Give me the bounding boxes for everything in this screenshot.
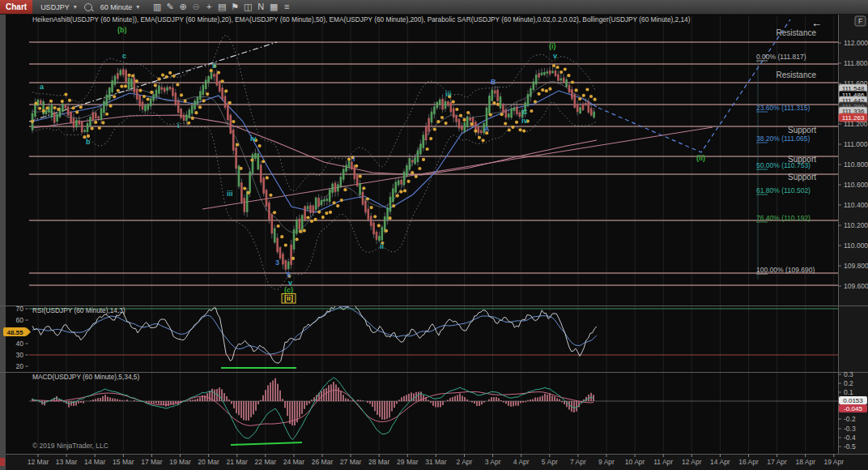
svg-text:111.800: 111.800 (844, 59, 868, 67)
svg-text:12 Mar: 12 Mar (28, 458, 49, 466)
svg-text:-0.5: -0.5 (844, 442, 856, 451)
svg-text:[ii]: [ii] (284, 294, 293, 302)
back-arrow-icon[interactable]: ← (811, 17, 822, 29)
svg-text:17 Apr: 17 Apr (767, 458, 787, 466)
list-icon[interactable]: ≡ (280, 0, 293, 14)
svg-text:B: B (491, 78, 496, 86)
macd-divergence-line[interactable] (231, 442, 302, 445)
svg-text:16 Apr: 16 Apr (738, 458, 759, 466)
svg-text:30: 30 (16, 351, 24, 359)
f-button[interactable]: F (855, 16, 866, 26)
svg-text:12 Apr: 12 Apr (682, 458, 702, 466)
svg-text:iii: iii (445, 90, 452, 98)
svg-text:27 Mar: 27 Mar (340, 458, 362, 466)
svg-text:60: 60 (16, 316, 24, 324)
svg-text:0.2: 0.2 (844, 379, 853, 387)
svg-text:Resistance: Resistance (777, 70, 817, 79)
svg-text:3 Apr: 3 Apr (485, 458, 501, 466)
svg-text:110.000: 110.000 (844, 241, 868, 250)
svg-text:29 Mar: 29 Mar (397, 458, 419, 466)
svg-text:110.800: 110.800 (844, 160, 868, 169)
svg-text:0.1: 0.1 (844, 388, 853, 396)
svg-text:110.600: 110.600 (844, 181, 868, 189)
svg-text:5 Apr: 5 Apr (542, 458, 558, 466)
svg-text:Support: Support (788, 173, 816, 182)
svg-text:0.00% (111.817): 0.00% (111.817) (756, 53, 806, 61)
indicator-window-icon[interactable]: ◫ (241, 0, 254, 14)
svg-text:17 Mar: 17 Mar (141, 458, 163, 466)
svg-text:23.60% (111.315): 23.60% (111.315) (756, 104, 810, 112)
chart-style-icon[interactable]: ▥ (151, 0, 164, 14)
interval-selector[interactable]: 60 Minute ▾ (100, 3, 140, 11)
svg-text:13 Mar: 13 Mar (56, 458, 78, 466)
svg-text:iv: iv (250, 135, 257, 143)
svg-text:24 Mar: 24 Mar (283, 458, 305, 466)
svg-text:40: 40 (16, 340, 24, 348)
zoom-in-icon[interactable]: ⊕ (177, 0, 189, 14)
svg-text:20 Mar: 20 Mar (198, 458, 219, 466)
snapshot-icon[interactable]: ▦ (267, 0, 280, 14)
svg-text:Support: Support (788, 126, 816, 135)
svg-text:A: A (484, 125, 490, 133)
svg-text:0.3: 0.3 (844, 370, 853, 378)
svg-text:15 Mar: 15 Mar (113, 458, 134, 466)
instrument-selector[interactable]: USDJPY ▾ (40, 3, 77, 11)
svg-text:22 Mar: 22 Mar (255, 458, 277, 466)
svg-text:70: 70 (16, 305, 24, 313)
toolbar: Chart USDJPY ▾ 60 Minute ▾ ▥✎⊕⊖+▤⚑◫N▦≡ (0, 0, 868, 15)
svg-text:v: v (553, 52, 557, 60)
svg-text:(c): (c) (284, 286, 293, 294)
svg-text:111.000: 111.000 (844, 140, 868, 148)
tab-chart[interactable]: Chart (0, 0, 32, 14)
svg-text:26 Mar: 26 Mar (312, 458, 334, 466)
svg-text:iv: iv (521, 117, 528, 125)
svg-text:48.55: 48.55 (6, 329, 23, 336)
svg-text:61.80% (110.502): 61.80% (110.502) (756, 186, 811, 194)
new-document-icon[interactable]: ▤ (215, 0, 228, 14)
svg-text:-0.2: -0.2 (844, 415, 856, 423)
svg-text:38.20% (111.065): 38.20% (111.065) (756, 135, 810, 143)
elliott-projection-line[interactable] (598, 19, 790, 152)
pencil-icon[interactable]: ✎ (164, 0, 177, 14)
svg-text:c: c (122, 52, 126, 60)
svg-text:(b): (b) (117, 26, 127, 34)
svg-text:18 Apr: 18 Apr (795, 458, 815, 466)
flag-icon[interactable]: ⚑ (228, 0, 241, 14)
instrument-value: USDJPY (40, 3, 70, 11)
zoom-out-icon[interactable]: ⊖ (189, 0, 202, 14)
chevron-down-icon: ▾ (74, 3, 77, 11)
search-icon[interactable] (84, 3, 92, 11)
pattern-tool-icon[interactable]: N (254, 0, 267, 14)
ninjatrader-chart-window: Chart USDJPY ▾ 60 Minute ▾ ▥✎⊕⊖+▤⚑◫N▦≡ a… (0, 0, 868, 470)
svg-text:109.600: 109.600 (844, 282, 868, 290)
rsi-label: RSI(USDJPY (60 Minute),14,3) (32, 306, 126, 314)
svg-text:28 Mar: 28 Mar (368, 458, 390, 466)
svg-text:-0.4: -0.4 (844, 434, 856, 442)
crosshair-icon[interactable]: + (202, 0, 215, 14)
svg-text:Resistance: Resistance (777, 28, 817, 37)
copyright-text: © 2019 NinjaTrader, LLC (32, 442, 108, 450)
svg-text:i: i (177, 122, 180, 130)
svg-text:76.40% (110.192): 76.40% (110.192) (756, 214, 811, 222)
indicator-label: HeikenAshi8(USDJPY (60 Minute)), EMA(USD… (32, 15, 691, 24)
svg-text:-0.045: -0.045 (844, 405, 862, 412)
rsi-axis: 7060403020 (16, 305, 28, 370)
svg-text:9 Apr: 9 Apr (598, 458, 615, 466)
svg-text:ii: ii (212, 62, 216, 70)
svg-text:5: 5 (287, 271, 291, 279)
svg-text:(i): (i) (549, 42, 556, 50)
svg-text:112.000: 112.000 (844, 39, 868, 47)
svg-text:111.263: 111.263 (842, 114, 865, 122)
chart-svg[interactable]: abc(b)iiiiiiiv35v(c)[ii]iiiiiiABCivv(i)(… (0, 0, 868, 470)
svg-text:i: i (353, 155, 355, 163)
svg-text:2 Apr: 2 Apr (457, 458, 473, 466)
svg-text:b: b (86, 138, 91, 146)
svg-text:109.800: 109.800 (844, 262, 868, 270)
svg-text:7 Apr: 7 Apr (570, 458, 586, 466)
svg-text:iii: iii (227, 190, 233, 198)
svg-text:31 Mar: 31 Mar (425, 458, 447, 466)
svg-text:3: 3 (275, 258, 279, 267)
svg-text:14 Mar: 14 Mar (84, 458, 106, 466)
svg-text:110.400: 110.400 (844, 201, 868, 209)
macd-histogram (32, 378, 594, 425)
